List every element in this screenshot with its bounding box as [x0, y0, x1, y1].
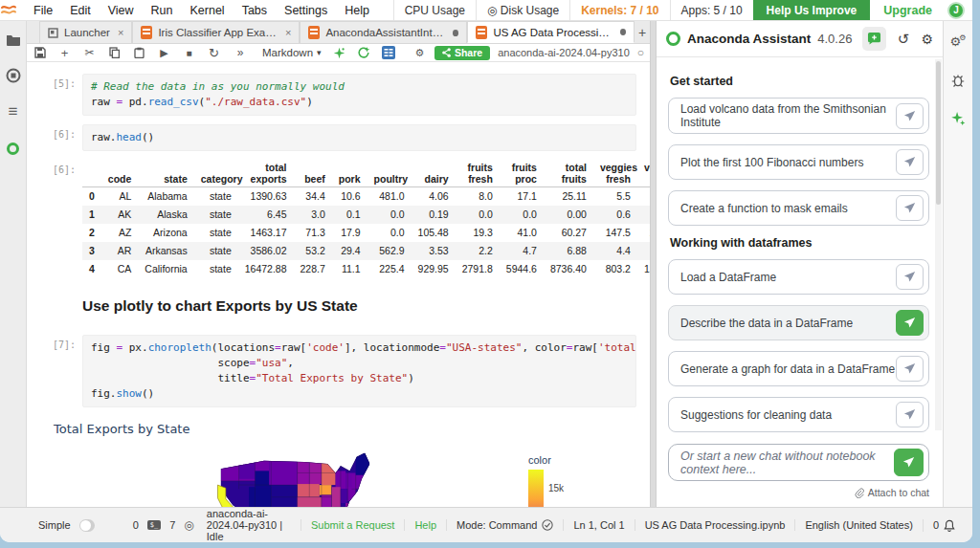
table-cell: 4.7: [500, 242, 544, 260]
close-tab-icon[interactable]: ×: [118, 27, 123, 38]
assistant-settings-gear-icon[interactable]: ⚙: [921, 32, 933, 47]
anaconda-toolbox-logo-icon[interactable]: [0, 4, 25, 17]
data-table-button[interactable]: [382, 46, 396, 60]
user-avatar[interactable]: J: [947, 2, 965, 19]
paste-cells-icon[interactable]: [132, 46, 146, 60]
tab-anaconda-assistant-intro[interactable]: AnacondaAssistantIntro.ipy: [300, 21, 467, 43]
table-cell: 0.19: [412, 206, 456, 224]
kernel-count[interactable]: 7: [169, 519, 175, 531]
code-cell[interactable]: [7]: fig = px.choropleth(locations=raw['…: [27, 335, 650, 407]
tab-us-ag-data-processing[interactable]: US AG Data Processing.ipy: [467, 21, 635, 43]
restart-kernel-icon[interactable]: ↻: [207, 46, 221, 60]
send-prompt-button[interactable]: [896, 402, 924, 427]
menu-view[interactable]: View: [100, 4, 143, 17]
notebook-settings-gear-icon[interactable]: ⚙: [412, 46, 427, 60]
panel-splitter[interactable]: [650, 21, 657, 507]
menu-kernel[interactable]: Kernel: [182, 4, 234, 17]
code-editor[interactable]: raw.head(): [82, 124, 636, 151]
menu-file[interactable]: File: [25, 4, 61, 17]
cursor-position[interactable]: Ln 1, Col 1: [563, 519, 634, 531]
table-cell: 562.9: [368, 242, 412, 260]
property-inspector-icon[interactable]: ⚙⚙: [949, 33, 967, 50]
active-filename[interactable]: US AG Data Processing.ipynb: [635, 519, 795, 531]
chat-input[interactable]: Or start a new chat without notebook con…: [668, 444, 929, 481]
table-cell: state: [194, 242, 238, 260]
kernels-quota-indicator[interactable]: Kernels: 7 / 10: [569, 0, 669, 20]
cut-cells-icon[interactable]: ✂: [82, 46, 97, 60]
markdown-cell[interactable]: Use plotly to chart Exports by US State: [27, 288, 650, 326]
upgrade-link[interactable]: Upgrade: [870, 4, 946, 17]
assistant-scrollbar[interactable]: [935, 59, 942, 430]
suggested-prompt-card[interactable]: Generate a graph for data in a DataFrame: [668, 351, 929, 386]
ai-sparkle-icon[interactable]: [332, 46, 346, 60]
help-us-improve-button[interactable]: Help Us Improve: [753, 0, 871, 20]
close-tab-icon[interactable]: ×: [285, 27, 291, 38]
debugger-bug-icon[interactable]: [949, 71, 967, 88]
share-button[interactable]: Share: [434, 46, 490, 60]
suggested-prompt-card[interactable]: Load a DataFrame: [668, 259, 929, 295]
notifications-indicator[interactable]: 0: [923, 519, 965, 532]
running-kernels-icon[interactable]: [5, 67, 22, 84]
suggested-prompt-card[interactable]: Load volcano data from the Smithsonian I…: [668, 98, 929, 134]
menu-help[interactable]: Help: [336, 4, 378, 17]
chat-send-button[interactable]: [894, 449, 924, 476]
suggested-prompt-card[interactable]: Plot the first 100 Fibonacci numbers: [668, 144, 929, 180]
unsaved-changes-icon[interactable]: [453, 30, 458, 36]
assistant-section-heading: Working with dataframes: [670, 236, 929, 250]
cpu-usage-indicator[interactable]: CPU Usage: [393, 0, 476, 20]
cell-type-dropdown[interactable]: Markdown ▾: [262, 47, 322, 58]
restart-run-all-icon[interactable]: »: [232, 46, 246, 60]
code-cell[interactable]: [6]: raw.head(): [27, 124, 650, 151]
suggested-prompt-card[interactable]: Describe the data in a DataFrame: [668, 305, 929, 340]
new-tab-button[interactable]: +: [635, 21, 650, 43]
table-cell: AL: [101, 186, 139, 206]
chat-history-icon[interactable]: ↺: [898, 31, 910, 48]
menu-settings[interactable]: Settings: [276, 4, 336, 17]
send-prompt-button[interactable]: [896, 356, 924, 382]
table-of-contents-icon[interactable]: ≡: [5, 103, 22, 121]
menu-tabs[interactable]: Tabs: [234, 4, 276, 17]
anaconda-panel-icon[interactable]: [5, 140, 22, 157]
kernel-status-icon[interactable]: ○: [637, 46, 644, 59]
us-choropleth-map[interactable]: [209, 449, 400, 507]
menu-edit[interactable]: Edit: [61, 4, 100, 17]
menu-run[interactable]: Run: [143, 4, 182, 17]
command-mode-indicator[interactable]: Mode: Command: [446, 519, 563, 531]
kernel-status-text[interactable]: anaconda-ai-2024.04-py310 | Idle: [207, 508, 292, 542]
send-prompt-button[interactable]: [896, 264, 924, 290]
language-indicator[interactable]: English (United States): [794, 519, 923, 531]
submit-request-link[interactable]: Submit a Request: [301, 519, 404, 531]
kernel-name-label[interactable]: anaconda-ai-2024.04-py310: [498, 47, 630, 58]
notebook-panel: Launcher × Iris Classifier App Example. …: [27, 21, 650, 507]
unsaved-changes-icon[interactable]: [620, 29, 626, 35]
suggested-prompt-card[interactable]: Suggestions for cleaning data: [668, 397, 929, 432]
run-cell-icon[interactable]: ▶: [157, 46, 171, 60]
table-cell: 803.2: [593, 260, 637, 278]
code-cell[interactable]: [5]: # Read the data in as you normally …: [27, 74, 650, 116]
tab-launcher[interactable]: Launcher ×: [39, 21, 132, 43]
code-editor[interactable]: # Read the data in as you normally would…: [82, 74, 636, 116]
ai-refresh-sparkle-icon[interactable]: [357, 46, 371, 60]
file-browser-icon[interactable]: [5, 31, 22, 48]
send-prompt-button[interactable]: [896, 310, 924, 336]
attach-to-chat[interactable]: Attach to chat: [668, 487, 929, 498]
disk-usage-indicator[interactable]: ◎ Disk Usage: [476, 0, 569, 20]
assistant-sparkle-tab-icon[interactable]: [949, 109, 967, 126]
copy-cells-icon[interactable]: [107, 46, 122, 60]
send-prompt-button[interactable]: [896, 149, 924, 175]
send-prompt-button[interactable]: [896, 103, 924, 129]
status-bar: Simple 0 $_ 7 ◎ anaconda-ai-2024.04-py31…: [0, 507, 972, 542]
add-cell-icon[interactable]: +: [57, 46, 72, 60]
code-editor[interactable]: fig = px.choropleth(locations=raw['code'…: [82, 335, 636, 407]
stop-kernel-icon[interactable]: ■: [182, 46, 196, 60]
apps-quota-indicator[interactable]: Apps: 5 / 10: [670, 0, 753, 20]
help-link[interactable]: Help: [404, 519, 446, 531]
tab-iris-classifier[interactable]: Iris Classifier App Example. ×: [132, 21, 300, 43]
send-prompt-button[interactable]: [896, 195, 924, 221]
save-icon[interactable]: [33, 46, 47, 60]
suggested-prompt-card[interactable]: Create a function to mask emails: [668, 190, 929, 226]
new-chat-button[interactable]: [862, 27, 886, 51]
simple-mode-toggle[interactable]: [79, 519, 95, 532]
table-cell: 0: [82, 186, 101, 206]
terminal-count[interactable]: 0: [133, 519, 139, 531]
